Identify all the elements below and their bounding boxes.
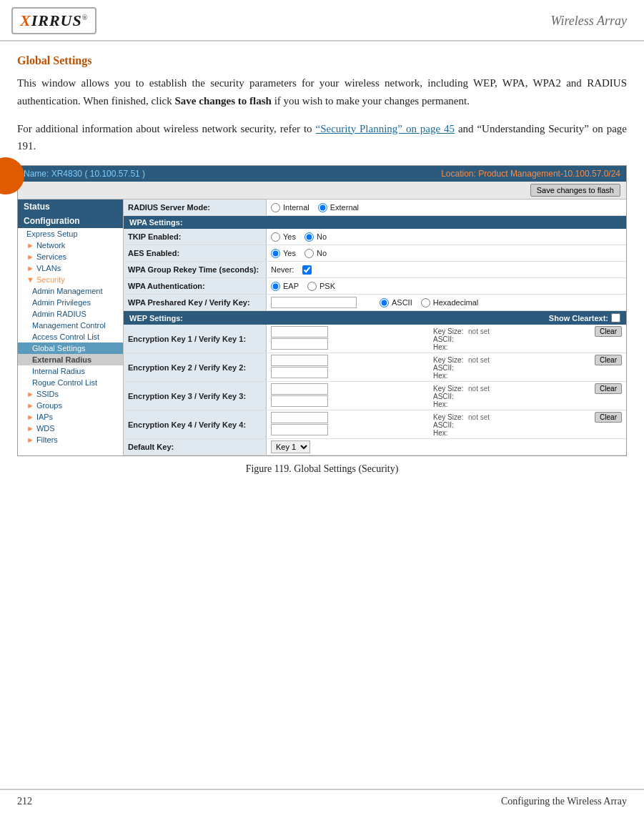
enc-key3-label: Encryption Key 3 / Verify Key 3:: [124, 382, 267, 410]
aes-enabled-row: AES Enabled: Yes No: [124, 245, 626, 262]
show-cleartext-label: Show Cleartext:: [549, 313, 620, 322]
footer-right-text: Configuring the Wireless Array: [501, 796, 627, 807]
enc-key4-row: Encryption Key 4 / Verify Key 4: Key Siz…: [124, 410, 626, 439]
wpa-psk-radio[interactable]: PSK: [307, 282, 335, 291]
sidebar-item-filters[interactable]: ►Filters: [18, 434, 123, 445]
enc-key4-hex-input[interactable]: [271, 424, 328, 435]
sidebar-group-external-radius: External Radius: [18, 354, 123, 365]
enc-key2-row: Encryption Key 2 / Verify Key 2: Key Siz…: [124, 353, 626, 382]
ascii-radio[interactable]: ASCII: [380, 298, 412, 307]
rekey-label: WPA Group Rekey Time (seconds):: [124, 262, 267, 277]
tkip-yes-radio[interactable]: Yes: [271, 232, 296, 242]
show-cleartext-checkbox[interactable]: [611, 313, 620, 322]
default-key-select[interactable]: Key 1 Key 2 Key 3 Key 4: [271, 440, 310, 453]
sidebar-item-security[interactable]: ▼ Security: [18, 274, 123, 285]
clear-key3-button[interactable]: Clear: [595, 383, 622, 394]
main-content: Global Settings This window allows you t…: [0, 41, 644, 486]
page-title: Global Settings: [17, 54, 627, 67]
enc-key3-hex-input[interactable]: [271, 395, 328, 407]
sidebar-item-admin-radius[interactable]: Admin RADIUS: [18, 308, 123, 320]
save-changes-button[interactable]: Save changes to flash: [530, 184, 620, 197]
ui-panel: Name: XR4830 ( 10.100.57.51 ) Location: …: [17, 165, 627, 456]
enc-key2-hex-input[interactable]: [271, 367, 328, 378]
enc-key1-inputs: Key Size: not set ASCII: Hex: Clear: [267, 325, 626, 353]
security-planning-link[interactable]: “Security Planning” on page 45: [315, 123, 455, 134]
clear-key2-button[interactable]: Clear: [595, 355, 622, 365]
enc-key2-ascii-input[interactable]: [271, 355, 328, 366]
sidebar-item-vlans[interactable]: ►VLANs: [18, 262, 123, 274]
enc-key1-label: Encryption Key 1 / Verify Key 1:: [124, 325, 267, 353]
default-key-value: Key 1 Key 2 Key 3 Key 4: [267, 439, 626, 455]
radius-server-mode-label: RADIUS Server Mode:: [124, 199, 267, 215]
default-key-label: Default Key:: [124, 439, 267, 455]
wpa-eap-radio[interactable]: EAP: [271, 282, 299, 291]
sidebar-item-global-settings[interactable]: Global Settings: [18, 343, 123, 354]
logo-box: XIRRUS®: [11, 7, 96, 34]
figure-caption: Figure 119. Global Settings (Security): [17, 463, 627, 475]
enc-key1-ascii-input[interactable]: [271, 326, 328, 337]
device-location: Location: Product Management-10.100.57.0…: [441, 169, 620, 179]
aes-yes-radio[interactable]: Yes: [271, 249, 296, 258]
rekey-time-row: WPA Group Rekey Time (seconds): Never:: [124, 262, 626, 278]
enc-key4-inputs: Key Size: not set ASCII: Hex: Clear: [267, 410, 626, 438]
enc-key3-inputs: Key Size: not set ASCII: Hex: Clear: [267, 382, 626, 410]
tkip-value: Yes No: [267, 231, 626, 243]
header-title: Wireless Array: [551, 14, 628, 29]
wpa-key-input[interactable]: [271, 297, 357, 308]
tkip-enabled-row: TKIP Enabled: Yes No: [124, 229, 626, 245]
logo-text: XIRRUS®: [20, 11, 88, 30]
wpa-auth-row: WPA Authentication: EAP PSK: [124, 278, 626, 295]
sidebar-item-wds[interactable]: ►WDS: [18, 423, 123, 434]
sidebar-status-section[interactable]: Status: [18, 199, 123, 214]
page-header: XIRRUS® Wireless Array: [0, 0, 644, 41]
radius-internal-radio[interactable]: Internal: [271, 203, 309, 212]
wpa-settings-header: WPA Settings:: [124, 216, 626, 229]
enc-key4-ascii-input[interactable]: [271, 412, 328, 423]
panel-header: Name: XR4830 ( 10.100.57.51 ) Location: …: [18, 166, 626, 182]
enc-key1-row: Encryption Key 1 / Verify Key 1: Key Siz…: [124, 325, 626, 353]
sidebar-item-rogue-control-list[interactable]: Rogue Control List: [18, 377, 123, 388]
clear-key4-button[interactable]: Clear: [595, 412, 622, 423]
wpa-preshared-row: WPA Preshared Key / Verify Key: ASCII He…: [124, 295, 626, 311]
aes-no-radio[interactable]: No: [304, 249, 327, 258]
sidebar-item-express-setup[interactable]: Express Setup: [18, 228, 123, 240]
sidebar-item-groups[interactable]: ►Groups: [18, 400, 123, 411]
sidebar-item-network[interactable]: ►Network: [18, 240, 123, 251]
tkip-label: TKIP Enabled:: [124, 229, 267, 245]
enc-key4-label: Encryption Key 4 / Verify Key 4:: [124, 410, 267, 438]
enc-key3-ascii-input[interactable]: [271, 383, 328, 395]
radius-server-mode-value: Internal External: [267, 202, 626, 214]
device-name: Name: XR4830 ( 10.100.57.51 ): [24, 169, 145, 179]
enc-key1-hex-input[interactable]: [271, 338, 328, 350]
wpa-auth-value: EAP PSK: [267, 280, 626, 292]
hex-radio[interactable]: Hexadecimal: [421, 298, 479, 307]
sidebar-item-access-control-list[interactable]: Access Control List: [18, 331, 123, 343]
aes-label: AES Enabled:: [124, 245, 267, 261]
rekey-never-checkbox[interactable]: [302, 265, 312, 275]
tkip-no-radio[interactable]: No: [304, 232, 327, 242]
sidebar-item-services[interactable]: ►Services: [18, 251, 123, 262]
sidebar-config-section[interactable]: Configuration: [18, 214, 123, 228]
logo-area: XIRRUS®: [11, 7, 96, 34]
enc-key2-label: Encryption Key 2 / Verify Key 2:: [124, 353, 267, 381]
description-paragraph-2: For additional information about wireles…: [17, 120, 627, 156]
panel-body: Status Configuration Express Setup ►Netw…: [18, 199, 626, 455]
sidebar-item-internal-radius[interactable]: Internal Radius: [18, 365, 123, 377]
sidebar-item-ssids[interactable]: ►SSIDs: [18, 388, 123, 400]
rekey-value: Never:: [267, 264, 626, 276]
description-paragraph-1: This window allows you to establish the …: [17, 74, 627, 110]
wpa-preshared-label: WPA Preshared Key / Verify Key:: [124, 295, 267, 310]
wpa-preshared-value: ASCII Hexadecimal: [267, 295, 626, 310]
sidebar-item-admin-management[interactable]: Admin Management: [18, 285, 123, 297]
radius-server-mode-row: RADIUS Server Mode: Internal External: [124, 199, 626, 216]
sidebar-item-iaps[interactable]: ►IAPs: [18, 411, 123, 423]
sidebar-item-management-control[interactable]: Management Control: [18, 320, 123, 331]
sidebar-item-admin-privileges[interactable]: Admin Privileges: [18, 297, 123, 308]
aes-value: Yes No: [267, 247, 626, 260]
enc-key2-inputs: Key Size: not set ASCII: Hex: Clear: [267, 353, 626, 381]
wep-settings-header: WEP Settings: Show Cleartext:: [124, 311, 626, 325]
clear-key1-button[interactable]: Clear: [595, 326, 622, 337]
form-area: RADIUS Server Mode: Internal External: [124, 199, 626, 455]
radius-external-radio[interactable]: External: [318, 203, 359, 212]
page-footer: 212 Configuring the Wireless Array: [0, 789, 644, 813]
